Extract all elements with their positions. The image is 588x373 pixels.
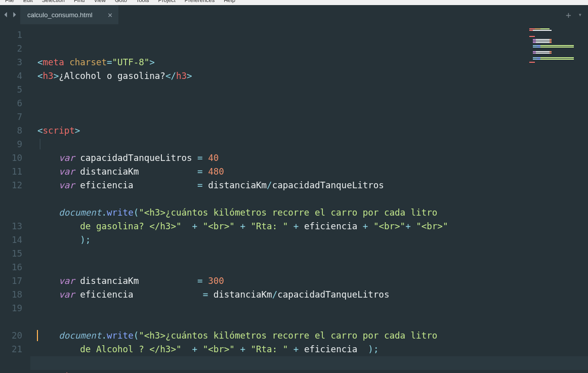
menu-item[interactable]: Tools <box>136 0 149 5</box>
menu-bar[interactable]: FileEditSelectionFindViewGotoToolsProjec… <box>0 0 588 5</box>
line-number: 5 <box>0 83 22 97</box>
line-number: 14 <box>0 233 22 247</box>
line-number: 7 <box>0 110 22 124</box>
menu-item[interactable]: View <box>94 0 106 5</box>
code-line[interactable]: var distanciaKm = 480 <box>30 165 588 179</box>
line-number <box>0 315 22 329</box>
line-number: 21 <box>0 343 22 356</box>
minimap[interactable] <box>529 28 585 89</box>
code-line[interactable]: <meta charset="UTF-8"> <box>30 56 588 69</box>
code-line[interactable] <box>30 302 588 315</box>
menu-item[interactable]: Find <box>74 0 85 5</box>
code-line[interactable] <box>30 97 588 110</box>
tab-bar: calculo_consumo.html × + ▾ <box>0 5 588 24</box>
line-number: 15 <box>0 247 22 261</box>
menu-item[interactable]: Preferences <box>185 0 215 5</box>
line-gutter: 123456789101112131415161718192021 <box>0 24 30 373</box>
text-cursor <box>37 330 38 341</box>
tab-nav[interactable] <box>0 5 20 24</box>
line-number: 19 <box>0 302 22 315</box>
code-line[interactable]: </script> <box>30 370 588 373</box>
plus-icon[interactable]: + <box>566 10 571 20</box>
line-number: 20 <box>0 329 22 343</box>
line-number: 2 <box>0 42 22 56</box>
code-line[interactable] <box>30 247 588 261</box>
chevron-down-icon[interactable]: ▾ <box>578 11 582 18</box>
code-line[interactable] <box>30 110 588 124</box>
line-number: 17 <box>0 274 22 288</box>
code-line[interactable] <box>30 261 588 274</box>
code-line[interactable]: var eficiencia = distanciaKm/capacidadTa… <box>30 179 588 192</box>
tab-active[interactable]: calculo_consumo.html × <box>20 5 118 24</box>
code-line[interactable] <box>30 192 588 206</box>
code-line[interactable]: <script> <box>30 124 588 138</box>
menu-items[interactable]: FileEditSelectionFindViewGotoToolsProjec… <box>0 0 588 5</box>
code-line[interactable] <box>30 356 588 370</box>
line-number: 12 <box>0 179 22 192</box>
code-line[interactable]: de gasolina? </h3>" + "<br>" + "Rta: " +… <box>30 220 588 233</box>
menu-item[interactable]: Project <box>158 0 176 5</box>
code-area[interactable]: <meta charset="UTF-8"><h3>¿Alcohol o gas… <box>30 24 588 373</box>
code-line[interactable]: <h3>¿Alcohol o gasolina?</h3> <box>30 69 588 83</box>
code-line[interactable]: var distanciaKm = 300 <box>30 274 588 288</box>
code-line[interactable]: ); <box>30 233 588 247</box>
menu-item[interactable]: Edit <box>23 0 33 5</box>
menu-item[interactable]: File <box>5 0 14 5</box>
code-line[interactable]: │ <box>30 138 588 151</box>
line-number <box>0 206 22 220</box>
line-number: 6 <box>0 97 22 110</box>
code-line[interactable]: var capacidadTanqueLitros = 40 <box>30 151 588 165</box>
line-number: 9 <box>0 138 22 151</box>
line-number: 3 <box>0 56 22 69</box>
code-line[interactable]: document.write("<h3>¿cuántos kilómetros … <box>30 329 588 343</box>
line-number: 10 <box>0 151 22 165</box>
code-line[interactable]: var eficiencia = distanciaKm/capacidadTa… <box>30 288 588 302</box>
chevron-right-icon <box>11 11 18 18</box>
chevron-left-icon <box>3 11 10 18</box>
menu-item[interactable]: Goto <box>115 0 127 5</box>
editor[interactable]: 123456789101112131415161718192021 <meta … <box>0 24 588 373</box>
code-line[interactable] <box>30 83 588 97</box>
menu-item[interactable]: Help <box>224 0 235 5</box>
line-number: 11 <box>0 165 22 179</box>
line-number: 1 <box>0 28 22 42</box>
line-number: 4 <box>0 69 22 83</box>
tab-filename: calculo_consumo.html <box>27 11 93 19</box>
line-number: 8 <box>0 124 22 138</box>
code-line[interactable]: document.write("<h3>¿cuántos kilómetros … <box>30 206 588 220</box>
close-icon[interactable]: × <box>108 11 113 19</box>
line-number <box>0 192 22 206</box>
menu-item[interactable]: Selection <box>42 0 65 5</box>
code-line[interactable] <box>30 315 588 329</box>
line-number: 16 <box>0 261 22 274</box>
line-number: 13 <box>0 220 22 233</box>
line-number: 18 <box>0 288 22 302</box>
code-line[interactable]: de Alcohol ? </h3>" + "<br>" + "Rta: " +… <box>30 343 588 356</box>
